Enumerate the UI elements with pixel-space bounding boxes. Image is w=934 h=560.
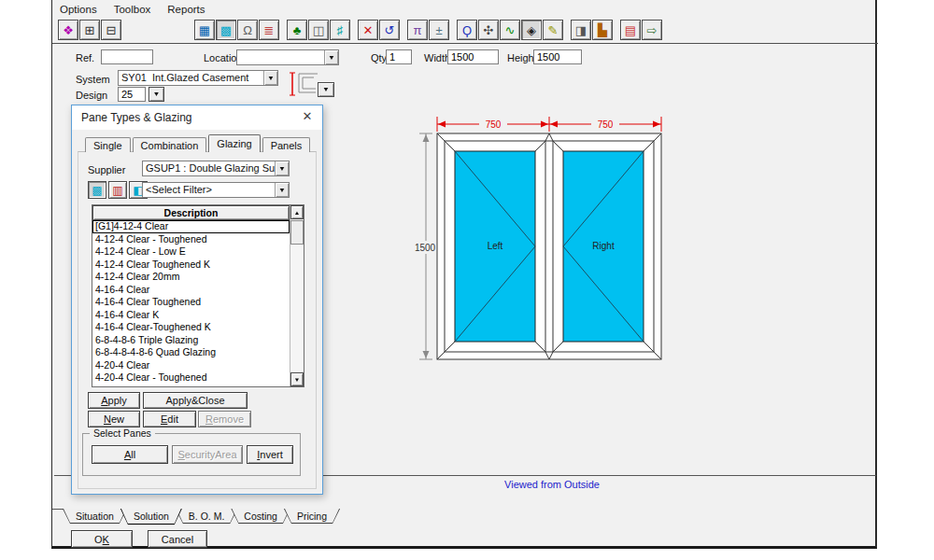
list-item[interactable]: [G1]4-12-4 Clear	[92, 220, 290, 233]
elevation-view-button[interactable]: ◫	[308, 20, 329, 40]
bottom-tabs: SituationSolutionB. O. M.CostingPricing	[63, 509, 333, 525]
system-dropdown-button[interactable]: ▼	[263, 71, 277, 85]
ref-label: Ref.	[76, 52, 94, 63]
pane-glazing-button[interactable]: ▩	[216, 20, 236, 40]
close-icon[interactable]: ✕	[300, 109, 315, 123]
product-tree-button[interactable]: ♣	[287, 20, 307, 40]
list-item[interactable]: 4-20-4 Clear	[92, 359, 290, 372]
design-input[interactable]	[118, 87, 146, 102]
apply-button[interactable]: Apply	[88, 392, 140, 409]
list-item[interactable]: 4-20-4 Clear K	[92, 385, 290, 387]
list-item[interactable]: 4-16-4 Clear	[92, 284, 290, 297]
hardware-options-button[interactable]: ♯	[330, 20, 350, 40]
frame-layout-button[interactable]: ⊞	[79, 20, 100, 40]
node-points-button[interactable]: ◈	[521, 20, 542, 40]
filter-combo[interactable]: <Select Filter> ▼	[142, 182, 290, 198]
scrollbar-thumb[interactable]	[290, 220, 304, 245]
ref-input[interactable]	[101, 49, 153, 64]
list-item[interactable]: 4-12-4 Clear - Toughened	[92, 233, 290, 246]
system-combo[interactable]: SY01 Int.Glazed Casement ▼	[118, 70, 278, 86]
results-chart-button[interactable]: ▙	[592, 20, 613, 40]
button-label-char: A	[215, 449, 221, 460]
bottom-tab-label: Solution	[120, 509, 182, 522]
specification-list-button[interactable]: ≣	[259, 20, 279, 40]
delete-item-button[interactable]: ✕	[358, 20, 378, 40]
supplier-combo[interactable]: GSUP1 : Double Glazing Supp ▼	[142, 161, 290, 176]
height-input[interactable]	[533, 49, 582, 64]
design-dropdown-button[interactable]: ▼	[149, 87, 164, 102]
new-button[interactable]: New	[88, 411, 140, 427]
zoom-view-button[interactable]: Ϙ	[457, 20, 477, 40]
list-scrollbar[interactable]: ▲ ▼	[290, 205, 304, 386]
rotate-view-button[interactable]: ✣	[478, 20, 499, 40]
adjust-levels-button[interactable]: ±	[429, 20, 449, 40]
select-panes-group: Select Panes All Security Area Invert	[82, 433, 301, 476]
select-all-panes-button[interactable]: All	[92, 445, 168, 464]
description-column-header[interactable]: Description	[92, 205, 290, 220]
dialog-titlebar[interactable]: Pane Types & Glazing ✕	[72, 105, 322, 130]
location-combo[interactable]: ▼	[236, 49, 339, 65]
top-dimension	[437, 117, 661, 132]
qty-input[interactable]	[386, 49, 412, 64]
list-item[interactable]: 4-12-4 Clear 20mm	[92, 271, 290, 284]
tab-panels[interactable]: Panels	[262, 137, 311, 152]
location-dropdown-button[interactable]: ▼	[324, 50, 338, 64]
vent-options-button[interactable]: Ω	[237, 20, 258, 40]
tab-combination[interactable]: Combination	[133, 137, 207, 152]
scroll-down-button[interactable]: ▼	[290, 372, 304, 386]
ok-button[interactable]: OK	[71, 530, 133, 548]
door-design-button[interactable]: ⊟	[101, 20, 121, 40]
scrollbar-track[interactable]	[290, 245, 304, 372]
filter-dropdown-button[interactable]: ▼	[275, 183, 289, 197]
bottom-tab-b-o-m-[interactable]: B. O. M.	[176, 509, 238, 524]
bottom-tab-costing[interactable]: Costing	[231, 509, 290, 524]
bottom-tab-label: Situation	[63, 509, 127, 522]
scroll-up-button[interactable]: ▲	[290, 205, 304, 219]
supplier-dropdown-button[interactable]: ▼	[275, 161, 289, 175]
list-item[interactable]: 6-8-4-8-4-8-6 Quad Glazing	[92, 346, 290, 359]
door-design-icon: ⊟	[106, 24, 117, 36]
apply-and-close-button[interactable]: Apply & Close	[143, 392, 248, 409]
draw-pen-button[interactable]: ✎	[543, 20, 563, 40]
balance-quantities-button[interactable]: π	[407, 20, 428, 40]
cancel-button[interactable]: Cancel	[148, 530, 207, 548]
security-area-button[interactable]: Security Area	[172, 445, 243, 464]
right-pane-label: Right	[592, 241, 615, 251]
list-item[interactable]: 4-12-4 Clear Toughened K	[92, 259, 290, 272]
menu-reports[interactable]: Reports	[167, 4, 205, 15]
print-report-button[interactable]: ▤	[620, 20, 641, 40]
adjust-levels-icon: ±	[435, 24, 442, 36]
menu-options[interactable]: Options	[60, 4, 97, 15]
undo-action-button[interactable]: ↺	[379, 20, 400, 40]
camera-view-button[interactable]: ◨	[571, 20, 591, 40]
tab-single[interactable]: Single	[85, 137, 131, 152]
list-item[interactable]: 4-12-4 Clear - Low E	[92, 245, 290, 259]
sketch-dimensions-button[interactable]: ∿	[500, 20, 520, 40]
profile-dropdown-button[interactable]: ▼	[318, 82, 334, 97]
list-item[interactable]: 6-8-4-8-6 Triple Glazing	[92, 334, 290, 347]
invert-selection-button[interactable]: Invert	[247, 445, 293, 464]
edit-button[interactable]: Edit	[143, 411, 196, 427]
remove-button[interactable]: Remove	[198, 411, 251, 427]
glazing-filter-button[interactable]: ▩	[88, 181, 106, 199]
menu-toolbox[interactable]: Toolbox	[114, 4, 151, 15]
tab-glazing[interactable]: Glazing	[208, 134, 260, 152]
button-label-char: N	[104, 413, 111, 425]
panel-types-button[interactable]: ▦	[194, 20, 215, 40]
toolbar: ❖⊞⊟▦▩Ω≣♣◫♯✕↺π±Ϙ✣∿◈✎◨▙▤⇨	[58, 20, 670, 40]
bottom-tab-solution[interactable]: Solution	[120, 509, 182, 525]
list-item[interactable]: 4-16-4 Clear Toughened	[92, 296, 290, 309]
export-exit-button[interactable]: ⇨	[642, 20, 662, 40]
chevron-up-icon: ▲	[294, 210, 301, 216]
bottom-tab-situation[interactable]: Situation	[63, 509, 127, 524]
list-item[interactable]: 4-16-4 Clear-Toughened K	[92, 321, 290, 334]
button-label-char: m	[219, 413, 227, 425]
panel-filter-button[interactable]: ▥	[108, 181, 127, 199]
width-input[interactable]	[447, 49, 499, 64]
list-item[interactable]: 4-20-4 Clear - Toughened	[92, 371, 290, 385]
dim-1500: 1500	[415, 243, 436, 253]
list-item[interactable]: 4-16-4 Clear K	[92, 309, 290, 322]
system-value: SY01 Int.Glazed Casement	[119, 71, 263, 85]
project-options-button[interactable]: ❖	[58, 20, 78, 40]
bottom-tab-pricing[interactable]: Pricing	[284, 509, 340, 524]
